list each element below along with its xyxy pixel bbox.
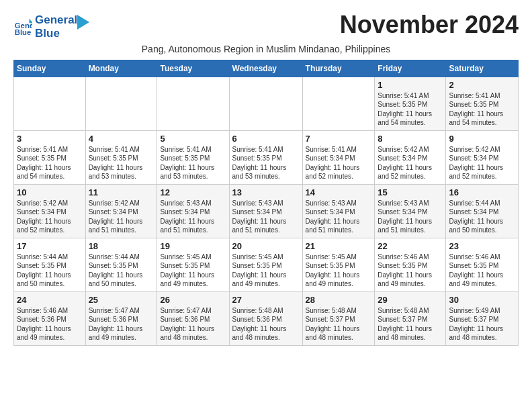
day-info: Sunrise: 5:48 AM Sunset: 5:36 PM Dayligh…: [232, 306, 300, 342]
day-number: 8: [378, 134, 443, 144]
calendar-cell: 14Sunrise: 5:43 AM Sunset: 5:34 PM Dayli…: [302, 184, 375, 238]
calendar-cell: 11Sunrise: 5:42 AM Sunset: 5:34 PM Dayli…: [85, 184, 157, 238]
day-number: 10: [17, 187, 83, 197]
calendar-cell: 5Sunrise: 5:41 AM Sunset: 5:35 PM Daylig…: [157, 130, 229, 184]
calendar-cell: 21Sunrise: 5:45 AM Sunset: 5:35 PM Dayli…: [302, 238, 375, 291]
day-number: 2: [449, 80, 515, 90]
day-number: 12: [160, 187, 226, 197]
day-number: 17: [17, 241, 83, 251]
calendar-cell: 26Sunrise: 5:47 AM Sunset: 5:36 PM Dayli…: [157, 291, 229, 345]
day-info: Sunrise: 5:47 AM Sunset: 5:36 PM Dayligh…: [89, 306, 154, 342]
calendar-cell: 28Sunrise: 5:48 AM Sunset: 5:37 PM Dayli…: [302, 291, 375, 345]
subtitle: Pang, Autonomous Region in Muslim Mindan…: [13, 44, 519, 54]
calendar-cell: 15Sunrise: 5:43 AM Sunset: 5:34 PM Dayli…: [375, 184, 446, 238]
day-info: Sunrise: 5:46 AM Sunset: 5:35 PM Dayligh…: [449, 253, 515, 289]
day-number: 30: [449, 295, 515, 305]
day-info: Sunrise: 5:41 AM Sunset: 5:35 PM Dayligh…: [232, 145, 300, 181]
day-info: Sunrise: 5:44 AM Sunset: 5:34 PM Dayligh…: [449, 199, 515, 235]
calendar-header-row: SundayMondayTuesdayWednesdayThursdayFrid…: [14, 60, 519, 77]
day-info: Sunrise: 5:41 AM Sunset: 5:35 PM Dayligh…: [449, 91, 515, 128]
calendar-cell: 24Sunrise: 5:46 AM Sunset: 5:36 PM Dayli…: [14, 291, 86, 345]
calendar-cell: 4Sunrise: 5:41 AM Sunset: 5:35 PM Daylig…: [85, 130, 157, 184]
day-info: Sunrise: 5:48 AM Sunset: 5:37 PM Dayligh…: [378, 306, 443, 342]
day-info: Sunrise: 5:45 AM Sunset: 5:35 PM Dayligh…: [232, 253, 300, 289]
calendar-cell: 19Sunrise: 5:45 AM Sunset: 5:35 PM Dayli…: [157, 238, 229, 291]
day-number: 5: [160, 134, 226, 144]
logo-general: General: [35, 13, 77, 27]
day-number: 21: [306, 241, 372, 251]
calendar-cell: 25Sunrise: 5:47 AM Sunset: 5:36 PM Dayli…: [85, 291, 157, 345]
day-number: 25: [89, 295, 154, 305]
day-info: Sunrise: 5:45 AM Sunset: 5:35 PM Dayligh…: [160, 253, 226, 289]
day-number: 11: [89, 187, 154, 197]
calendar-cell: 30Sunrise: 5:49 AM Sunset: 5:37 PM Dayli…: [446, 291, 519, 345]
day-number: 13: [232, 187, 300, 197]
day-info: Sunrise: 5:43 AM Sunset: 5:34 PM Dayligh…: [378, 199, 443, 235]
header: General Blue General Blue November 2024: [13, 11, 519, 41]
day-number: 27: [232, 295, 300, 305]
day-info: Sunrise: 5:43 AM Sunset: 5:34 PM Dayligh…: [306, 199, 372, 235]
calendar-cell: [302, 77, 375, 130]
calendar-week-row: 1Sunrise: 5:41 AM Sunset: 5:35 PM Daylig…: [14, 77, 519, 130]
day-number: 26: [160, 295, 226, 305]
logo-blue: Blue: [35, 27, 77, 40]
day-info: Sunrise: 5:49 AM Sunset: 5:37 PM Dayligh…: [449, 306, 515, 342]
day-number: 16: [449, 187, 515, 197]
calendar-cell: 12Sunrise: 5:43 AM Sunset: 5:34 PM Dayli…: [157, 184, 229, 238]
day-number: 29: [378, 295, 443, 305]
calendar-week-row: 3Sunrise: 5:41 AM Sunset: 5:35 PM Daylig…: [14, 130, 519, 184]
header-day-saturday: Saturday: [446, 60, 519, 77]
header-day-wednesday: Wednesday: [229, 60, 302, 77]
day-info: Sunrise: 5:41 AM Sunset: 5:35 PM Dayligh…: [89, 145, 154, 181]
logo: General Blue General Blue: [13, 13, 89, 41]
header-day-friday: Friday: [375, 60, 446, 77]
day-number: 18: [89, 241, 154, 251]
calendar-cell: 1Sunrise: 5:41 AM Sunset: 5:35 PM Daylig…: [375, 77, 446, 130]
calendar-cell: 22Sunrise: 5:46 AM Sunset: 5:35 PM Dayli…: [375, 238, 446, 291]
day-info: Sunrise: 5:47 AM Sunset: 5:36 PM Dayligh…: [160, 306, 226, 342]
day-info: Sunrise: 5:42 AM Sunset: 5:34 PM Dayligh…: [378, 145, 443, 181]
calendar-week-row: 17Sunrise: 5:44 AM Sunset: 5:35 PM Dayli…: [14, 238, 519, 291]
day-number: 7: [306, 134, 372, 144]
calendar-cell: 18Sunrise: 5:44 AM Sunset: 5:35 PM Dayli…: [85, 238, 157, 291]
day-info: Sunrise: 5:41 AM Sunset: 5:35 PM Dayligh…: [17, 145, 83, 181]
calendar-cell: [157, 77, 229, 130]
calendar-cell: 20Sunrise: 5:45 AM Sunset: 5:35 PM Dayli…: [229, 238, 302, 291]
calendar-cell: [229, 77, 302, 130]
day-info: Sunrise: 5:46 AM Sunset: 5:36 PM Dayligh…: [17, 306, 83, 342]
logo-arrow-icon: [77, 15, 89, 30]
day-number: 24: [17, 295, 83, 305]
day-number: 15: [378, 187, 443, 197]
calendar-cell: [85, 77, 157, 130]
day-number: 23: [449, 241, 515, 251]
day-info: Sunrise: 5:45 AM Sunset: 5:35 PM Dayligh…: [306, 253, 372, 289]
calendar-cell: 7Sunrise: 5:41 AM Sunset: 5:34 PM Daylig…: [302, 130, 375, 184]
day-info: Sunrise: 5:46 AM Sunset: 5:35 PM Dayligh…: [378, 253, 443, 289]
calendar-table: SundayMondayTuesdayWednesdayThursdayFrid…: [13, 60, 519, 346]
day-info: Sunrise: 5:41 AM Sunset: 5:35 PM Dayligh…: [378, 91, 443, 128]
calendar-cell: 17Sunrise: 5:44 AM Sunset: 5:35 PM Dayli…: [14, 238, 86, 291]
day-info: Sunrise: 5:44 AM Sunset: 5:35 PM Dayligh…: [17, 253, 83, 289]
calendar-cell: 13Sunrise: 5:43 AM Sunset: 5:34 PM Dayli…: [229, 184, 302, 238]
header-day-monday: Monday: [85, 60, 157, 77]
header-day-thursday: Thursday: [302, 60, 375, 77]
day-info: Sunrise: 5:43 AM Sunset: 5:34 PM Dayligh…: [160, 199, 226, 235]
day-number: 14: [306, 187, 372, 197]
day-number: 20: [232, 241, 300, 251]
calendar-cell: 27Sunrise: 5:48 AM Sunset: 5:36 PM Dayli…: [229, 291, 302, 345]
day-number: 6: [232, 134, 300, 144]
day-number: 1: [378, 80, 443, 90]
calendar-week-row: 24Sunrise: 5:46 AM Sunset: 5:36 PM Dayli…: [14, 291, 519, 345]
calendar-cell: 2Sunrise: 5:41 AM Sunset: 5:35 PM Daylig…: [446, 77, 519, 130]
calendar-cell: 8Sunrise: 5:42 AM Sunset: 5:34 PM Daylig…: [375, 130, 446, 184]
calendar-cell: 10Sunrise: 5:42 AM Sunset: 5:34 PM Dayli…: [14, 184, 86, 238]
day-info: Sunrise: 5:42 AM Sunset: 5:34 PM Dayligh…: [89, 199, 154, 235]
svg-marker-3: [77, 15, 89, 30]
header-day-sunday: Sunday: [14, 60, 86, 77]
calendar-week-row: 10Sunrise: 5:42 AM Sunset: 5:34 PM Dayli…: [14, 184, 519, 238]
calendar-cell: 29Sunrise: 5:48 AM Sunset: 5:37 PM Dayli…: [375, 291, 446, 345]
calendar-cell: 16Sunrise: 5:44 AM Sunset: 5:34 PM Dayli…: [446, 184, 519, 238]
calendar-cell: 23Sunrise: 5:46 AM Sunset: 5:35 PM Dayli…: [446, 238, 519, 291]
day-number: 28: [306, 295, 372, 305]
calendar-cell: [14, 77, 86, 130]
